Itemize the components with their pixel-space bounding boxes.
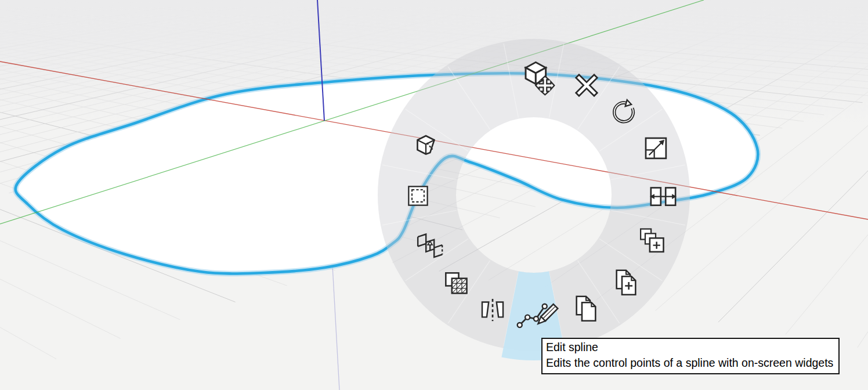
unfold-strip-arrow-icon[interactable] xyxy=(413,228,446,261)
edit-spline-pencil-icon[interactable] xyxy=(516,295,566,333)
tooltip-description: Edits the control points of a spline wit… xyxy=(546,355,833,371)
stacked-squares-plus-icon[interactable] xyxy=(635,226,666,258)
scale-diagonal-arrow-icon[interactable] xyxy=(641,133,672,164)
pattern-mesh-squares-icon[interactable] xyxy=(440,268,473,300)
cad-viewport[interactable]: Edit spline Edits the control points of … xyxy=(0,0,868,390)
flip-horizontal-arrow-icon[interactable] xyxy=(646,179,680,213)
split-cube-dashed-icon[interactable] xyxy=(409,132,443,166)
mirror-dashed-axis-icon[interactable] xyxy=(477,294,508,326)
viewport-canvas[interactable] xyxy=(0,0,868,390)
offset-dashed-square-icon[interactable] xyxy=(404,182,433,211)
move-cube-arrows-icon[interactable] xyxy=(519,59,556,96)
copy-pages-icon[interactable] xyxy=(570,294,602,326)
tooltip-title: Edit spline xyxy=(546,340,833,355)
delete-x-icon[interactable] xyxy=(570,69,603,102)
tooltip: Edit spline Edits the control points of … xyxy=(541,338,840,374)
rotate-circular-arrow-icon[interactable] xyxy=(607,95,640,127)
copy-pages-plus-icon[interactable] xyxy=(610,268,642,300)
